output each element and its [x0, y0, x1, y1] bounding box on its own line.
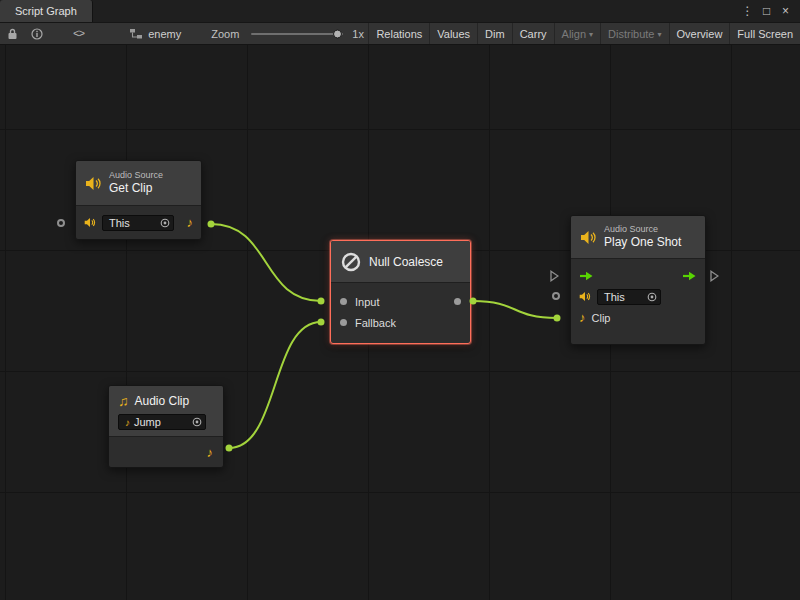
audio-source-port-icon[interactable]: [84, 217, 96, 228]
info-icon[interactable]: [31, 28, 43, 40]
dropdown-caret-icon: ▾: [658, 30, 662, 39]
overview-button[interactable]: Overview: [669, 23, 730, 44]
object-picker-icon[interactable]: [160, 218, 170, 228]
audio-source-icon: [85, 176, 102, 191]
clip-port-label: Clip: [592, 312, 611, 324]
node-audio-source-play-one-shot[interactable]: Audio Source Play One Shot This ♪ Clip: [570, 215, 706, 345]
zoom-slider-knob[interactable]: [333, 29, 342, 38]
audio-clip-value: Jump: [134, 416, 161, 428]
node-header: Audio Source Get Clip: [76, 161, 201, 206]
node-body: ♪: [109, 437, 223, 467]
node-title: Get Clip: [109, 181, 163, 195]
target-value: This: [109, 217, 130, 229]
audio-clip-icon: ♫: [118, 393, 129, 409]
audio-clip-value-icon: ♪: [125, 417, 130, 428]
object-picker-icon[interactable]: [192, 417, 202, 427]
playoneshot-target-input-port[interactable]: [552, 292, 560, 300]
distribute-button[interactable]: Distribute▾: [600, 23, 668, 44]
node-body: Input Fallback: [331, 283, 470, 343]
fallback-port-label: Fallback: [355, 317, 396, 329]
input-port[interactable]: [340, 298, 347, 305]
node-header: Null Coalesce: [331, 241, 470, 283]
target-dropdown[interactable]: This: [597, 289, 661, 305]
node-null-coalesce[interactable]: Null Coalesce Input Fallback: [330, 240, 471, 344]
node-category: Audio Source: [109, 170, 163, 181]
zoom-label: Zoom: [211, 28, 239, 40]
graph-breadcrumb[interactable]: enemy: [130, 28, 181, 40]
values-button[interactable]: Values: [429, 23, 477, 44]
node-header: Audio Source Play One Shot: [571, 216, 705, 259]
audio-clip-dropdown[interactable]: ♪ Jump: [118, 414, 206, 430]
null-coalesce-icon: [340, 251, 362, 273]
dropdown-caret-icon: ▾: [589, 30, 593, 39]
node-audio-source-get-clip[interactable]: Audio Source Get Clip This ♪: [75, 160, 202, 240]
tab-script-graph[interactable]: Script Graph: [0, 0, 93, 22]
graph-name: enemy: [148, 28, 181, 40]
menu-icon[interactable]: ⋮: [739, 0, 756, 22]
tab-title: Script Graph: [15, 5, 77, 17]
playoneshot-flow-out-port[interactable]: [710, 270, 719, 282]
node-title: Play One Shot: [604, 235, 681, 249]
node-header: ♫ Audio Clip ♪ Jump: [109, 386, 223, 437]
full-screen-button[interactable]: Full Screen: [729, 23, 800, 44]
zoom-slider[interactable]: [251, 33, 343, 35]
result-output-port[interactable]: [454, 298, 461, 305]
node-title: Audio Clip: [135, 394, 190, 408]
object-picker-icon[interactable]: [647, 292, 657, 302]
node-body: This ♪: [76, 206, 201, 239]
target-dropdown[interactable]: This: [102, 215, 174, 231]
node-audio-clip[interactable]: ♫ Audio Clip ♪ Jump ♪: [108, 385, 224, 468]
playoneshot-flow-in-port[interactable]: [550, 270, 559, 282]
maximize-icon[interactable]: □: [758, 0, 775, 22]
flow-out-arrow-icon[interactable]: [682, 271, 697, 281]
node-title: Null Coalesce: [369, 255, 443, 269]
align-button[interactable]: Align▾: [554, 23, 600, 44]
close-icon[interactable]: ×: [777, 0, 794, 22]
audio-source-port-icon[interactable]: [579, 291, 591, 302]
relations-button[interactable]: Relations: [368, 23, 429, 44]
zoom-value: 1x: [352, 28, 364, 40]
audio-clip-output-port[interactable]: ♪: [207, 446, 214, 459]
dim-button[interactable]: Dim: [477, 23, 512, 44]
audio-clip-input-port[interactable]: ♪: [579, 311, 586, 324]
fallback-port[interactable]: [340, 319, 347, 326]
flow-in-arrow-icon[interactable]: [579, 271, 594, 281]
audio-clip-output-port[interactable]: ♪: [187, 216, 194, 229]
script-graph-icon: [130, 29, 142, 39]
node-category: Audio Source: [604, 224, 681, 235]
node-body: This ♪ Clip: [571, 259, 705, 344]
code-icon[interactable]: <>: [73, 28, 84, 40]
getclip-target-input-port[interactable]: [57, 219, 65, 227]
graph-toolbar: <> enemy Zoom 1x Relations Values Dim Ca…: [0, 22, 800, 45]
window-controls: ⋮ □ ×: [739, 0, 800, 22]
toolbar-buttons: Relations Values Dim Carry Align▾ Distri…: [368, 23, 800, 44]
input-port-label: Input: [355, 296, 379, 308]
tab-bar: Script Graph ⋮ □ ×: [0, 0, 800, 22]
audio-source-icon: [580, 230, 597, 245]
lock-icon[interactable]: [7, 28, 18, 40]
carry-button[interactable]: Carry: [512, 23, 554, 44]
target-value: This: [604, 291, 625, 303]
